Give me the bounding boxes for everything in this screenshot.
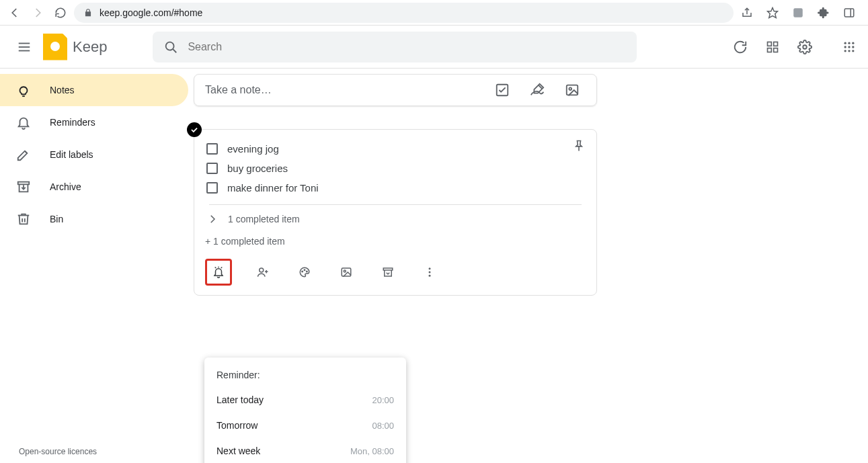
svg-point-22 xyxy=(852,50,854,52)
extensions-icon[interactable] xyxy=(814,3,833,22)
reminder-option-later-today[interactable]: Later today 20:00 xyxy=(204,387,406,413)
sidebar-item-edit-labels[interactable]: Edit labels xyxy=(0,138,188,171)
svg-rect-24 xyxy=(18,182,30,185)
svg-line-32 xyxy=(215,267,216,269)
select-note-badge[interactable] xyxy=(187,122,202,137)
logo-wrap[interactable]: Keep xyxy=(43,34,107,60)
svg-point-37 xyxy=(304,269,305,271)
forward-button[interactable] xyxy=(28,3,47,22)
share-icon[interactable] xyxy=(738,3,756,22)
svg-point-7 xyxy=(166,42,174,50)
reminder-option-tomorrow[interactable]: Tomorrow 08:00 xyxy=(204,413,406,438)
sidebar-item-archive[interactable]: Archive xyxy=(0,171,188,203)
checklist-item-text: buy groceries xyxy=(227,163,288,174)
divider xyxy=(209,204,582,205)
svg-line-31 xyxy=(221,267,223,269)
svg-point-13 xyxy=(803,45,807,49)
sidebar-item-label: Notes xyxy=(50,85,75,95)
panel-icon[interactable] xyxy=(840,3,859,22)
svg-point-14 xyxy=(844,42,846,44)
checkbox-icon[interactable] xyxy=(206,163,218,174)
browser-right-controls xyxy=(738,3,863,22)
take-note-placeholder: Take a note… xyxy=(205,84,481,96)
new-image-note-button[interactable] xyxy=(559,77,586,103)
collaborator-button[interactable] xyxy=(252,261,274,283)
address-bar[interactable]: keep.google.com/#home xyxy=(74,3,734,23)
reminder-option-label: Tomorrow xyxy=(216,420,258,431)
content-area: Notes Reminders Edit labels Archive Bin … xyxy=(0,69,868,463)
svg-point-28 xyxy=(569,87,571,90)
svg-point-40 xyxy=(344,270,346,272)
svg-point-38 xyxy=(307,271,308,272)
checkbox-icon[interactable] xyxy=(206,143,218,155)
plus-completed-label: + 1 completed item xyxy=(205,230,586,256)
settings-button[interactable] xyxy=(797,39,813,55)
pin-button[interactable] xyxy=(568,135,590,157)
take-note-bar[interactable]: Take a note… xyxy=(194,74,597,106)
svg-rect-2 xyxy=(844,9,854,17)
svg-rect-27 xyxy=(567,85,578,95)
checklist-item-text: make dinner for Toni xyxy=(227,182,319,194)
reminder-option-label: Next week xyxy=(216,446,260,456)
chevron-right-icon xyxy=(206,213,219,225)
checklist-item[interactable]: make dinner for Toni xyxy=(205,178,586,198)
reminder-option-next-week[interactable]: Next week Mon, 08:00 xyxy=(204,438,406,463)
view-toggle-button[interactable] xyxy=(764,39,781,55)
reminder-popover: Reminder: Later today 20:00 Tomorrow 08:… xyxy=(204,357,406,463)
add-image-button[interactable] xyxy=(336,261,357,283)
remind-me-highlight xyxy=(205,259,232,286)
completed-toggle[interactable]: 1 completed item xyxy=(205,208,586,230)
more-button[interactable] xyxy=(419,261,440,283)
svg-point-17 xyxy=(844,46,846,48)
svg-point-36 xyxy=(302,271,303,272)
menu-button[interactable] xyxy=(11,34,38,60)
sidebar-item-reminders[interactable]: Reminders xyxy=(0,106,188,138)
apps-grid-button[interactable] xyxy=(841,39,857,55)
sidebar-item-bin[interactable]: Bin xyxy=(0,203,188,235)
checklist-item-text: evening jog xyxy=(227,143,279,155)
checklist-item[interactable]: buy groceries xyxy=(205,159,586,178)
app-header: Keep xyxy=(0,26,868,69)
search-icon xyxy=(163,40,178,54)
checkbox-icon[interactable] xyxy=(206,182,218,194)
checklist-item[interactable]: evening jog xyxy=(205,139,586,159)
svg-point-18 xyxy=(848,46,850,48)
refresh-button[interactable] xyxy=(732,39,748,55)
profile-square-icon[interactable] xyxy=(789,3,807,22)
reminder-option-time: 20:00 xyxy=(372,395,394,405)
reminder-title: Reminder: xyxy=(204,367,406,387)
sidebar-item-label: Archive xyxy=(50,181,81,192)
licences-link[interactable]: Open-source licences xyxy=(19,447,97,456)
reminder-option-time: Mon, 08:00 xyxy=(350,446,394,456)
svg-line-8 xyxy=(173,49,177,52)
new-drawing-button[interactable] xyxy=(524,77,551,103)
app-title: Keep xyxy=(73,38,107,56)
sidebar-item-notes[interactable]: Notes xyxy=(0,74,188,106)
color-button[interactable] xyxy=(294,261,315,283)
archive-button[interactable] xyxy=(377,261,399,283)
svg-point-33 xyxy=(260,268,264,272)
svg-point-16 xyxy=(852,42,854,44)
back-button[interactable] xyxy=(5,3,24,22)
note-card[interactable]: evening jog buy groceries make dinner fo… xyxy=(194,129,597,296)
reload-button[interactable] xyxy=(51,3,70,22)
new-list-button[interactable] xyxy=(489,77,516,103)
url-text: keep.google.com/#home xyxy=(100,7,202,18)
bookmark-star-icon[interactable] xyxy=(763,3,782,22)
svg-rect-12 xyxy=(774,48,778,52)
reminder-option-label: Later today xyxy=(216,394,264,405)
browser-toolbar: keep.google.com/#home xyxy=(0,0,868,26)
svg-rect-39 xyxy=(342,268,351,276)
keep-logo-icon xyxy=(43,34,67,60)
search-input[interactable] xyxy=(188,41,626,53)
search-bar[interactable] xyxy=(153,32,637,62)
sidebar-item-label: Edit labels xyxy=(50,149,93,160)
svg-point-44 xyxy=(429,275,431,277)
svg-rect-9 xyxy=(768,42,772,46)
reminder-option-time: 08:00 xyxy=(372,421,394,431)
sidebar-item-label: Bin xyxy=(50,214,63,224)
lock-icon xyxy=(83,8,93,17)
remind-me-button[interactable] xyxy=(208,261,229,283)
main-area: Take a note… evening jog buy groceries xyxy=(188,69,868,463)
sidebar: Notes Reminders Edit labels Archive Bin xyxy=(0,69,188,463)
